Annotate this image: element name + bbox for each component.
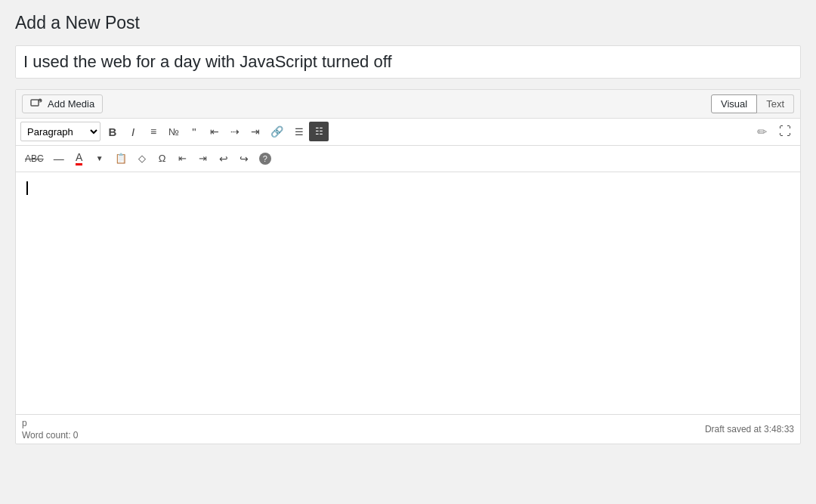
paste-icon: 📋 [115, 153, 127, 164]
indent-icon: ⇥ [199, 153, 207, 164]
keyboard-shortcuts-button[interactable]: ☷ [309, 122, 329, 141]
ordered-list-button[interactable]: № [164, 122, 184, 141]
page-title: Add a New Post [15, 12, 801, 35]
special-char-icon: Ω [159, 153, 166, 164]
undo-button[interactable]: ↩ [214, 149, 233, 169]
link-button[interactable]: 🔗 [266, 122, 288, 141]
toolbar-right: ✏ ⛶ [753, 122, 796, 142]
editor-wrapper: + Add Media Visual Text Paragraph Headin… [15, 89, 801, 444]
footer-left: p Word count: 0 [22, 418, 78, 441]
link-icon: 🔗 [270, 125, 283, 138]
add-media-label: Add Media [48, 98, 94, 110]
redo-icon: ↪ [240, 153, 249, 165]
strikethrough-button[interactable]: ABC [20, 149, 48, 169]
italic-button[interactable]: I [123, 122, 143, 141]
strikethrough-icon: ABC [25, 153, 44, 164]
keyboard-icon: ☷ [315, 126, 323, 137]
paragraph-format-select[interactable]: Paragraph Heading 1 Heading 2 Heading 3 … [20, 122, 100, 141]
editor-content-area[interactable] [16, 172, 800, 414]
tab-text[interactable]: Text [757, 94, 794, 113]
paste-as-text-button[interactable]: 📋 [110, 149, 131, 169]
text-color-button[interactable]: A [70, 149, 89, 169]
align-center-button[interactable]: ⇢ [225, 122, 245, 141]
color-swatch-icon: ▼ [96, 154, 104, 162]
outdent-button[interactable]: ⇤ [173, 149, 193, 169]
post-title-input[interactable] [15, 45, 801, 79]
ol-icon: № [168, 126, 179, 138]
more-icon: ☰ [295, 126, 303, 138]
more-button[interactable]: ☰ [289, 122, 308, 141]
bold-icon: B [109, 125, 117, 138]
tab-visual[interactable]: Visual [711, 94, 757, 113]
hr-icon: — [54, 153, 64, 165]
add-media-button[interactable]: + Add Media [22, 94, 103, 113]
pencil-icon: ✏ [757, 125, 767, 138]
word-count-label: Word count: 0 [22, 430, 78, 441]
help-button[interactable]: ? [255, 149, 276, 169]
toolbar-row-2: ABC — A ▼ 📋 ◇ Ω ⇤ ⇥ ↩ ↪ [16, 146, 800, 172]
bold-button[interactable]: B [103, 122, 122, 141]
align-left-icon: ⇤ [210, 125, 219, 138]
unordered-list-button[interactable]: ≡ [144, 122, 163, 141]
svg-rect-0 [31, 100, 39, 106]
clear-format-icon: ◇ [138, 153, 146, 164]
fullscreen-button[interactable]: ⛶ [774, 122, 796, 141]
blockquote-button[interactable]: " [184, 122, 204, 141]
fullscreen-icon: ⛶ [779, 125, 791, 138]
align-right-button[interactable]: ⇥ [246, 122, 265, 141]
blockquote-icon: " [192, 125, 196, 138]
media-icon: + [30, 98, 42, 109]
undo-icon: ↩ [219, 153, 228, 165]
align-right-icon: ⇥ [251, 125, 260, 138]
horizontal-rule-button[interactable]: — [49, 149, 69, 169]
path-label: p [22, 418, 78, 428]
pencil-button[interactable]: ✏ [753, 122, 771, 142]
visual-text-tabs: Visual Text [711, 94, 794, 113]
color-swatch-button[interactable]: ▼ [90, 149, 110, 169]
indent-button[interactable]: ⇥ [193, 149, 213, 169]
toolbar-row-1: Paragraph Heading 1 Heading 2 Heading 3 … [16, 119, 800, 146]
cursor [26, 181, 28, 195]
clear-format-button[interactable]: ◇ [132, 149, 152, 169]
editor-top-bar: + Add Media Visual Text [16, 90, 800, 119]
ul-icon: ≡ [150, 125, 156, 138]
text-color-icon: A [76, 151, 82, 165]
outdent-icon: ⇤ [178, 153, 187, 164]
redo-button[interactable]: ↪ [234, 149, 254, 169]
editor-footer: p Word count: 0 Draft saved at 3:48:33 [16, 414, 800, 444]
align-left-button[interactable]: ⇤ [205, 122, 224, 141]
draft-status: Draft saved at 3:48:33 [705, 424, 794, 434]
help-icon: ? [259, 153, 271, 165]
special-char-button[interactable]: Ω [153, 149, 172, 169]
align-center-icon: ⇢ [230, 125, 240, 138]
italic-icon: I [131, 125, 134, 138]
